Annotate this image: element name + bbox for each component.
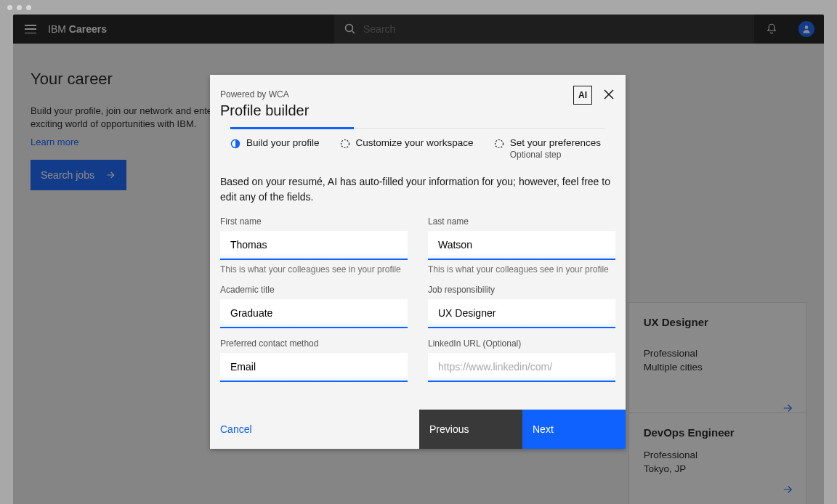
academic-title-input[interactable] bbox=[220, 299, 408, 328]
step-customize-workspace[interactable]: Customize your workspace bbox=[340, 137, 474, 160]
modal-title: Profile builder bbox=[220, 102, 615, 119]
window-dot bbox=[26, 5, 31, 10]
svg-point-5 bbox=[495, 140, 503, 148]
cancel-button[interactable]: Cancel bbox=[210, 410, 419, 449]
next-button[interactable]: Next bbox=[522, 410, 626, 449]
step-set-preferences[interactable]: Set your preferences Optional step bbox=[494, 137, 601, 160]
job-responsibility-input[interactable] bbox=[428, 299, 615, 328]
linkedin-label: LinkedIn URL (Optional) bbox=[428, 338, 615, 349]
academic-title-field-wrap: Academic title bbox=[220, 285, 418, 328]
powered-by-label: Powered by WCA bbox=[220, 89, 615, 99]
svg-point-4 bbox=[341, 140, 349, 148]
job-responsibility-label: Job responsibility bbox=[428, 285, 615, 295]
close-button[interactable] bbox=[602, 88, 615, 101]
modal-intro: Based on your resumé, AI has auto-filled… bbox=[220, 174, 615, 205]
first-name-field-wrap: First name This is what your colleagues … bbox=[220, 216, 418, 275]
step-label: Build your profile bbox=[246, 137, 320, 148]
linkedin-input[interactable] bbox=[428, 353, 615, 382]
contact-method-field-wrap: Preferred contact method bbox=[220, 338, 418, 382]
job-responsibility-field-wrap: Job responsibility bbox=[418, 285, 615, 328]
ai-badge: AI bbox=[573, 86, 592, 105]
window-dot bbox=[7, 5, 12, 10]
previous-button[interactable]: Previous bbox=[419, 410, 522, 449]
step-progress bbox=[230, 128, 605, 129]
window-dot bbox=[17, 5, 22, 10]
modal-footer: Cancel Previous Next bbox=[210, 410, 626, 449]
step-label: Set your preferences bbox=[510, 137, 601, 148]
linkedin-field-wrap: LinkedIn URL (Optional) bbox=[418, 338, 615, 382]
step-build-profile[interactable]: Build your profile bbox=[230, 137, 320, 160]
last-name-input[interactable] bbox=[428, 231, 615, 260]
step-sublabel: Optional step bbox=[510, 150, 601, 160]
first-name-help: This is what your colleagues see in your… bbox=[220, 264, 408, 275]
last-name-field-wrap: Last name This is what your colleagues s… bbox=[418, 216, 615, 275]
step-current-icon bbox=[230, 139, 240, 149]
step-label: Customize your workspace bbox=[356, 137, 474, 148]
last-name-help: This is what your colleagues see in your… bbox=[428, 264, 615, 275]
first-name-input[interactable] bbox=[220, 231, 408, 260]
profile-builder-modal: Powered by WCA Profile builder AI Build … bbox=[210, 75, 626, 449]
contact-method-input[interactable] bbox=[220, 353, 408, 382]
academic-title-label: Academic title bbox=[220, 285, 408, 295]
contact-method-label: Preferred contact method bbox=[220, 338, 408, 349]
step-pending-icon bbox=[340, 139, 350, 149]
step-pending-icon bbox=[494, 139, 504, 149]
last-name-label: Last name bbox=[428, 216, 615, 227]
first-name-label: First name bbox=[220, 216, 408, 227]
